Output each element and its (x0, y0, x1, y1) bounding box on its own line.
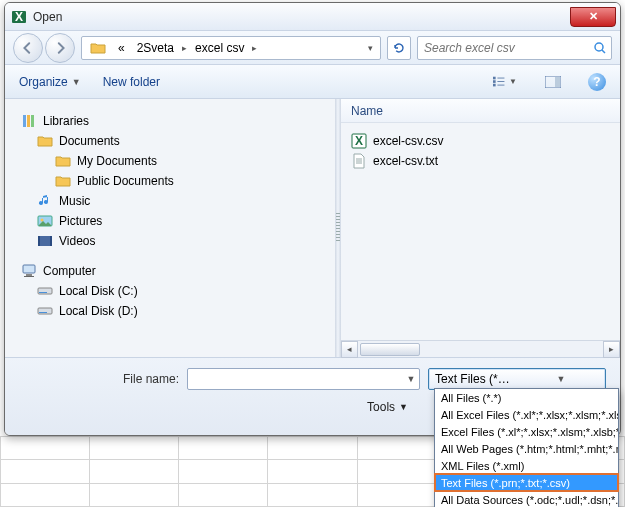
excel-app-icon: X (11, 9, 27, 25)
tree-label: Music (59, 194, 90, 208)
scroll-left-button[interactable]: ◂ (341, 341, 358, 358)
breadcrumb-chevrons[interactable]: « (112, 37, 131, 59)
filetype-option[interactable]: All Excel Files (*.xl*;*.xlsx;*.xlsm;*.x… (435, 406, 618, 423)
folder-icon (55, 173, 71, 189)
titlebar: X Open ✕ (5, 3, 620, 31)
svg-rect-10 (555, 77, 560, 87)
new-folder-button[interactable]: New folder (103, 75, 160, 89)
file-name: excel-csv.csv (373, 134, 443, 148)
filetype-option[interactable]: All Data Sources (*.odc;*.udl;*.dsn;*.md… (435, 491, 618, 507)
svg-rect-7 (497, 81, 504, 82)
file-list: Xexcel-csv.csvexcel-csv.txt (341, 123, 620, 179)
chevron-down-icon: ▼ (72, 77, 81, 87)
tree-label: Public Documents (77, 174, 174, 188)
refresh-button[interactable] (387, 36, 411, 60)
tree-pictures[interactable]: Pictures (19, 211, 331, 231)
help-icon: ? (593, 75, 600, 89)
tree-music[interactable]: Music (19, 191, 331, 211)
folder-icon (55, 153, 71, 169)
arrow-right-icon (54, 42, 66, 54)
tree-label: Local Disk (D:) (59, 304, 138, 318)
organize-button[interactable]: Organize▼ (19, 75, 81, 89)
music-icon (37, 193, 53, 209)
file-list-pane: Name Xexcel-csv.csvexcel-csv.txt ◂ ▸ (341, 99, 620, 357)
tree-public-documents[interactable]: Public Documents (19, 171, 331, 191)
breadcrumb-seg-2[interactable]: excel csv (189, 37, 250, 59)
view-list-icon (493, 76, 507, 88)
horizontal-scrollbar[interactable]: ◂ ▸ (341, 340, 620, 357)
svg-rect-12 (27, 115, 30, 127)
breadcrumb-seg-1[interactable]: 2Sveta (131, 37, 180, 59)
tree-documents[interactable]: Documents (19, 131, 331, 151)
tree-disk-c[interactable]: Local Disk (C:) (19, 281, 331, 301)
svg-rect-22 (38, 288, 52, 294)
file-row[interactable]: Xexcel-csv.csv (347, 131, 614, 151)
search-input[interactable] (422, 40, 593, 56)
computer-icon (21, 263, 37, 279)
file-name: excel-csv.txt (373, 154, 438, 168)
close-button[interactable]: ✕ (570, 7, 616, 27)
forward-button[interactable] (45, 33, 75, 63)
videos-icon (37, 233, 53, 249)
arrow-left-icon (22, 42, 34, 54)
tree-computer[interactable]: Computer (19, 261, 331, 281)
tree-label: Computer (43, 264, 96, 278)
svg-rect-16 (38, 236, 52, 246)
svg-rect-24 (38, 308, 52, 314)
file-row[interactable]: excel-csv.txt (347, 151, 614, 171)
svg-rect-6 (497, 77, 504, 78)
breadcrumb[interactable]: « 2Sveta ▸ excel csv ▸ ▾ (81, 36, 381, 60)
preview-pane-icon (545, 76, 561, 88)
scroll-track[interactable] (358, 342, 603, 357)
filetype-option[interactable]: Text Files (*.prn;*.txt;*.csv) (435, 474, 618, 491)
back-button[interactable] (13, 33, 43, 63)
filetype-option[interactable]: All Web Pages (*.htm;*.html;*.mht;*.mh (435, 440, 618, 457)
chevron-right-icon[interactable]: ▸ (180, 43, 189, 53)
toolbar: Organize▼ New folder ▼ ? (5, 65, 620, 99)
libraries-icon (21, 113, 37, 129)
tree-videos[interactable]: Videos (19, 231, 331, 251)
filetype-option[interactable]: All Files (*.*) (435, 389, 618, 406)
svg-rect-11 (23, 115, 26, 127)
column-header-name[interactable]: Name (351, 104, 383, 118)
pictures-icon (37, 213, 53, 229)
tree-disk-d[interactable]: Local Disk (D:) (19, 301, 331, 321)
chevron-down-icon: ▼ (509, 77, 517, 86)
view-button[interactable]: ▼ (492, 71, 518, 93)
scroll-right-button[interactable]: ▸ (603, 341, 620, 358)
filename-combobox[interactable]: ▼ (187, 368, 420, 390)
filetype-dropdown-list[interactable]: All Files (*.*)All Excel Files (*.xl*;*.… (434, 388, 619, 507)
filename-label: File name: (19, 372, 179, 386)
breadcrumb-dropdown[interactable]: ▾ (362, 43, 378, 53)
tree-label: Libraries (43, 114, 89, 128)
svg-rect-21 (24, 276, 34, 277)
svg-rect-18 (50, 236, 52, 246)
svg-rect-23 (39, 292, 47, 293)
filename-dropdown-button[interactable]: ▼ (403, 374, 419, 384)
filetype-option[interactable]: Excel Files (*.xl*;*.xlsx;*.xlsm;*.xlsb;… (435, 423, 618, 440)
filetype-option[interactable]: XML Files (*.xml) (435, 457, 618, 474)
search-icon[interactable] (593, 41, 607, 55)
svg-rect-4 (493, 80, 496, 83)
tools-button[interactable]: Tools▼ (367, 400, 408, 414)
filetype-dropdown[interactable]: Text Files (*.prn;*.txt;*.csv) ▼ (428, 368, 606, 390)
svg-point-2 (595, 43, 603, 51)
svg-rect-25 (39, 312, 47, 313)
help-button[interactable]: ? (588, 73, 606, 91)
nav-tree: Libraries Documents My Documents Public … (5, 99, 335, 357)
folder-icon (37, 133, 53, 149)
svg-text:X: X (15, 10, 23, 24)
tree-my-documents[interactable]: My Documents (19, 151, 331, 171)
search-box[interactable] (417, 36, 612, 60)
tree-libraries[interactable]: Libraries (19, 111, 331, 131)
chevron-right-icon[interactable]: ▸ (250, 43, 259, 53)
tree-label: Local Disk (C:) (59, 284, 138, 298)
svg-rect-3 (493, 76, 496, 79)
preview-pane-button[interactable] (540, 71, 566, 93)
organize-label: Organize (19, 75, 68, 89)
scroll-thumb[interactable] (360, 343, 420, 356)
new-folder-label: New folder (103, 75, 160, 89)
chevron-down-icon: ▼ (399, 402, 408, 412)
refresh-icon (392, 41, 406, 55)
filename-input[interactable] (188, 372, 403, 386)
